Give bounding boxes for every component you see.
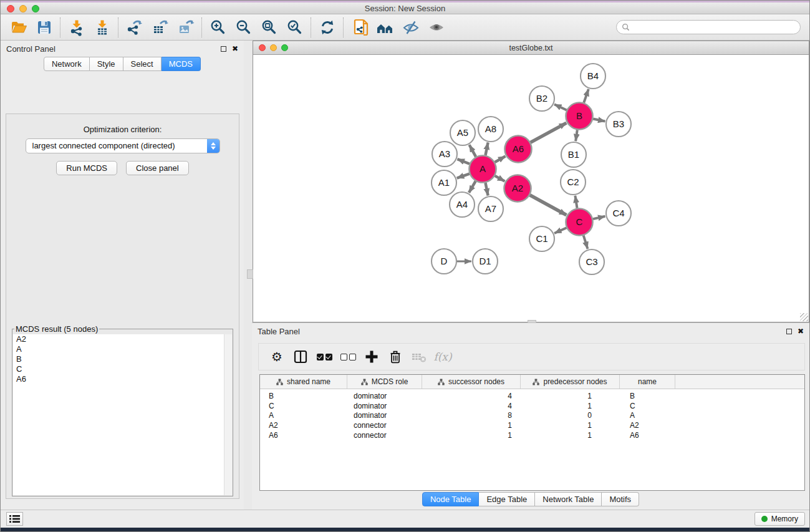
graph-edge-C-C3[interactable] [584, 235, 588, 249]
table-cell[interactable]: A6 [260, 430, 347, 440]
result-list-item[interactable]: B [13, 354, 232, 364]
select-all-icon[interactable] [312, 347, 336, 366]
zoom-window-button[interactable] [32, 5, 39, 12]
graph-node-C[interactable]: C [566, 209, 593, 236]
graph-node-B4[interactable]: B4 [581, 64, 605, 89]
minimize-view-button[interactable] [270, 44, 277, 51]
graph-edge-A-A4[interactable] [469, 181, 476, 192]
graph-node-C4[interactable]: C4 [606, 201, 631, 226]
network-canvas-svg[interactable]: B4B2BB3A8A5A6A3B1AA1C2A2A4A7C4CC1C3DD1 [253, 55, 809, 322]
table-cell[interactable]: C [620, 401, 675, 411]
graph-edge-A-A8[interactable] [485, 143, 488, 155]
graph-edge-B-B1[interactable] [576, 130, 577, 141]
hide-graphics-details-icon[interactable] [398, 17, 423, 38]
table-cell[interactable]: 8 [422, 411, 521, 421]
result-list-item[interactable]: A6 [13, 374, 232, 384]
graph-node-A5[interactable]: A5 [450, 120, 475, 145]
table-cell[interactable]: A6 [620, 430, 675, 440]
close-panel-icon[interactable]: ✖ [232, 46, 238, 52]
graph-node-C1[interactable]: C1 [529, 226, 554, 251]
column-header-shared-name[interactable]: shared name [260, 375, 347, 389]
table-cell[interactable]: A [260, 411, 347, 421]
graph-edge-A-A1[interactable] [457, 174, 470, 178]
graph-node-A3[interactable]: A3 [432, 142, 457, 167]
table-cell[interactable]: C [260, 401, 347, 411]
control-tab-style[interactable]: Style [90, 57, 123, 71]
graph-node-C2[interactable]: C2 [561, 170, 586, 195]
graph-edge-C-C2[interactable] [575, 196, 577, 208]
close-panel-button[interactable]: Close panel [126, 161, 189, 175]
settings-gear-icon[interactable]: ⚙ [265, 347, 289, 366]
graph-node-B1[interactable]: B1 [561, 142, 586, 167]
show-graphics-details-icon[interactable] [423, 17, 449, 38]
node-table[interactable]: shared nameMCDS rolesuccessor nodesprede… [259, 374, 805, 491]
graph-node-A2[interactable]: A2 [504, 175, 531, 202]
deselect-all-icon[interactable] [336, 347, 360, 366]
save-session-icon[interactable] [31, 17, 57, 38]
memory-button[interactable]: Memory [755, 512, 805, 526]
table-cell[interactable]: 1 [422, 430, 521, 440]
table-row[interactable]: Bdominator41B [260, 391, 804, 401]
table-cell[interactable]: dominator [347, 391, 422, 401]
vertical-split-handle[interactable] [247, 269, 253, 279]
table-cell[interactable]: A2 [260, 420, 347, 430]
table-cell[interactable]: A2 [620, 420, 675, 430]
close-panel-icon[interactable]: ✖ [798, 329, 804, 334]
export-table-icon[interactable] [147, 17, 173, 38]
graph-edge-A6-B[interactable] [531, 123, 567, 142]
minimize-window-button[interactable] [19, 5, 27, 12]
table-tab-network-table[interactable]: Network Table [535, 492, 602, 506]
run-mcds-button[interactable]: Run MCDS [56, 161, 117, 175]
result-list-item[interactable]: C [13, 364, 232, 374]
close-view-button[interactable] [259, 44, 266, 51]
graph-edge-C-C4[interactable] [593, 216, 605, 219]
table-cell[interactable]: A [620, 411, 675, 421]
float-panel-icon[interactable] [221, 46, 226, 52]
table-cell[interactable]: 1 [521, 420, 620, 430]
table-cell[interactable]: 4 [422, 401, 521, 411]
graph-edge-A-A2[interactable] [495, 176, 505, 181]
export-network-icon[interactable] [122, 17, 147, 38]
graph-edge-A-A7[interactable] [485, 183, 488, 195]
function-builder-icon[interactable]: f(x) [431, 347, 455, 366]
table-cell[interactable]: 4 [422, 391, 521, 401]
home-icon[interactable] [372, 17, 398, 38]
table-row[interactable]: A6connector11A6 [260, 430, 804, 440]
graph-node-A6[interactable]: A6 [505, 136, 532, 163]
result-scrollbar[interactable] [224, 334, 232, 495]
graph-node-D1[interactable]: D1 [473, 249, 498, 274]
column-header-name[interactable]: name [620, 375, 675, 389]
table-cell[interactable]: 1 [521, 430, 620, 440]
graph-node-B2[interactable]: B2 [529, 86, 554, 111]
search-field[interactable] [616, 20, 801, 34]
table-header-row[interactable]: shared nameMCDS rolesuccessor nodesprede… [260, 375, 804, 389]
graph-edge-A-A6[interactable] [495, 157, 506, 162]
close-window-button[interactable] [7, 5, 14, 12]
control-tab-network[interactable]: Network [44, 57, 90, 71]
graph-edge-B-B2[interactable] [554, 104, 567, 110]
open-session-icon[interactable] [6, 17, 31, 38]
table-cell[interactable]: B [260, 391, 347, 401]
graph-node-B[interactable]: B [566, 103, 593, 130]
control-tab-mcds[interactable]: MCDS [162, 57, 201, 71]
result-list-item[interactable]: A [13, 344, 232, 354]
zoom-in-icon[interactable] [205, 17, 231, 38]
export-image-icon[interactable] [173, 17, 198, 38]
table-cell[interactable]: connector [347, 430, 422, 440]
graph-node-C3[interactable]: C3 [579, 249, 604, 274]
graph-node-B3[interactable]: B3 [606, 112, 631, 137]
delete-column-icon[interactable] [383, 347, 407, 366]
network-window-titlebar[interactable]: testGlobe.txt [253, 41, 809, 55]
zoom-selected-icon[interactable] [282, 17, 307, 38]
graph-edge-B-B3[interactable] [593, 119, 605, 122]
network-overview-icon[interactable] [347, 17, 372, 38]
graph-edge-A-A3[interactable] [457, 159, 470, 164]
delete-table-icon[interactable] [407, 347, 431, 366]
table-tab-edge-table[interactable]: Edge Table [479, 492, 535, 506]
zoom-view-button[interactable] [281, 44, 288, 51]
resize-grip-icon[interactable] [800, 313, 808, 321]
import-table-icon[interactable] [89, 17, 115, 38]
table-tab-motifs[interactable]: Motifs [602, 492, 639, 506]
table-cell[interactable]: 0 [521, 411, 620, 421]
criterion-dropdown[interactable]: largest connected component (directed) [26, 138, 220, 153]
